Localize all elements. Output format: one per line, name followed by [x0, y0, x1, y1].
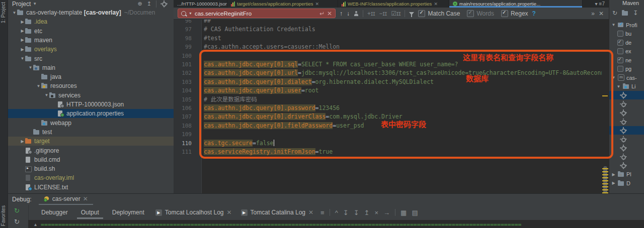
- debug-tab-deployment[interactable]: Deployment: [108, 206, 148, 219]
- console-output[interactable]: ▴ ======================================…: [28, 220, 644, 228]
- code-line[interactable]: cas.authn.jdbc.query[0].user=root: [204, 86, 602, 95]
- move-caret-icon[interactable]: →: [383, 209, 390, 216]
- close-tab-icon[interactable]: ✕: [308, 209, 313, 216]
- scroll-to-top-icon[interactable]: ↥: [364, 209, 370, 216]
- close-tab-icon[interactable]: ✕: [227, 209, 232, 216]
- collapse-all-icon[interactable]: ↥: [147, 1, 151, 7]
- tree-item-main[interactable]: ▼main: [8, 63, 174, 72]
- chevron-down-icon[interactable]: ▼: [36, 84, 41, 88]
- line-number[interactable]: 101: [174, 60, 192, 69]
- maven-node-Li[interactable]: ▼Li: [609, 82, 644, 91]
- line-number[interactable]: 96: [174, 20, 192, 25]
- maven-goal[interactable]: [609, 161, 644, 170]
- chevron-right-icon[interactable]: ▶: [20, 29, 25, 33]
- chevron-right-icon[interactable]: ▶: [611, 172, 616, 177]
- tree-item-services[interactable]: ▼services: [8, 91, 174, 100]
- chevron-down-icon[interactable]: ▼: [616, 84, 621, 89]
- code-line[interactable]: cas.authn.jdbc.query[0].url=jdbc:mysql:/…: [204, 69, 602, 77]
- editor-scrollbar[interactable]: [602, 20, 609, 193]
- grid-icon[interactable]: ▦: [400, 209, 407, 216]
- line-number[interactable]: 106: [174, 104, 192, 112]
- tool-window-button-favorites[interactable]: Favorites: [1, 205, 6, 226]
- tree-item-test[interactable]: test: [8, 128, 174, 137]
- scroll-to-end-icon[interactable]: ↧: [354, 209, 359, 216]
- maven-goal[interactable]: [609, 126, 644, 135]
- collapse-icon[interactable]: ▴: [34, 221, 37, 227]
- maven-goal[interactable]: [609, 108, 644, 117]
- select-all-occurrences-icon[interactable]: ☑ɪɪ: [391, 10, 400, 17]
- line-number-gutter[interactable]: 9697989910010110210310410510610710810911…: [174, 20, 202, 193]
- code-line[interactable]: ##: [204, 20, 602, 25]
- tree-item-java[interactable]: java: [8, 72, 174, 81]
- tree-item-build.cmd[interactable]: build.cmd: [8, 155, 174, 164]
- editor-tab[interactable]: .../HTTP-10000003.json✕: [174, 0, 227, 8]
- tool-window-button-project[interactable]: 1: Project: [1, 2, 6, 23]
- code-line[interactable]: cas.authn.jdbc.query[0].fieldPassword=us…: [204, 122, 602, 130]
- maven-node-cas-[interactable]: ▼mcas-: [609, 73, 644, 82]
- line-number[interactable]: 109: [174, 130, 192, 139]
- menu-icon[interactable]: ≡: [320, 209, 325, 216]
- close-session-icon[interactable]: ✕: [83, 195, 88, 202]
- debug-tab-output[interactable]: Output: [77, 206, 103, 219]
- line-number[interactable]: 110: [174, 139, 192, 148]
- clear-search-icon[interactable]: ✕: [327, 10, 332, 17]
- log-tab-tomcat-catalina-log[interactable]: ▶Tomcat Catalina Log✕: [239, 209, 315, 216]
- line-number[interactable]: 99: [174, 43, 192, 51]
- chevron-down-icon[interactable]: ▼: [12, 11, 17, 15]
- checkbox-icon[interactable]: [617, 57, 623, 63]
- code-line[interactable]: # 此次是数据库密码: [204, 95, 602, 104]
- line-number[interactable]: 103: [174, 78, 192, 86]
- code-line[interactable]: cas.authn.jdbc.query[0].dialect=org.hibe…: [204, 78, 602, 86]
- regex-help-link[interactable]: ?: [532, 10, 536, 17]
- close-tab-icon[interactable]: ✕: [434, 2, 438, 7]
- tree-item-.idea[interactable]: ▶.idea: [8, 17, 174, 26]
- next-match-icon[interactable]: ↓: [347, 10, 350, 17]
- code-line[interactable]: cas.tgc.secure=false: [204, 139, 602, 148]
- tree-item-application.properties[interactable]: application.properties: [8, 109, 174, 118]
- clear-all-icon[interactable]: ×: [374, 209, 378, 216]
- search-option-match-case[interactable]: Match Case: [418, 10, 460, 17]
- line-number[interactable]: 98: [174, 34, 192, 43]
- line-number[interactable]: 111: [174, 148, 192, 156]
- line-number[interactable]: 108: [174, 122, 192, 130]
- debug-tab-debugger[interactable]: Debugger: [37, 206, 72, 219]
- code-line[interactable]: cas.authn.jdbc.query[0].driverClass=com.…: [204, 112, 602, 121]
- tree-item-webapp[interactable]: webapp: [8, 119, 174, 128]
- code-line[interactable]: cas.authn.jdbc.query[0].password=123456: [204, 104, 602, 112]
- line-number[interactable]: 102: [174, 69, 192, 77]
- chevron-right-icon[interactable]: ▶: [20, 47, 25, 52]
- tree-item-license.txt[interactable]: LICENSE.txt: [8, 183, 174, 192]
- chevron-down-icon[interactable]: ▼: [611, 75, 616, 80]
- rerun-icon[interactable]: ↻: [14, 207, 20, 214]
- tree-item-http-10000003.json[interactable]: HTTP-10000003.json: [8, 100, 174, 109]
- checkbox-icon[interactable]: [418, 10, 425, 17]
- maven-node-ne[interactable]: ne: [609, 56, 644, 64]
- chevron-right-icon[interactable]: ▶: [20, 139, 25, 144]
- maven-node-Pl[interactable]: ▶Pl: [609, 170, 644, 179]
- maven-node-de[interactable]: de: [609, 38, 644, 47]
- add-occurrence-icon[interactable]: +ɪɪ: [367, 10, 375, 17]
- chevron-down-icon[interactable]: ▼: [44, 93, 49, 97]
- maven-tree[interactable]: ▼Profibudeexnepg▼mcas-▼Li▶Pl▶D: [609, 20, 644, 193]
- tree-item-target[interactable]: ▶target: [8, 137, 174, 146]
- chevron-down-icon[interactable]: ▼: [28, 65, 33, 70]
- chevron-down-icon[interactable]: ▾: [595, 1, 598, 7]
- search-input[interactable]: ▼ cas.serviceRegiinitFro ↵ ✕: [178, 9, 336, 18]
- checkbox-icon[interactable]: [617, 48, 623, 54]
- chevron-right-icon[interactable]: ▶: [20, 38, 25, 42]
- project-tree[interactable]: ▼cas-overlay-template [cas-overlay]~/Doc…: [8, 0, 174, 193]
- scroll-up-icon[interactable]: ^: [335, 209, 338, 216]
- checkbox-icon[interactable]: [617, 66, 623, 72]
- maven-goal[interactable]: [609, 144, 644, 152]
- code-line[interactable]: #cas.authn.accept.users=casuser::Mellon: [204, 43, 602, 51]
- tree-item-cas-overlay-template[interactable]: ▼cas-overlay-template [cas-overlay]~/Doc…: [8, 8, 174, 17]
- search-option-words[interactable]: Words: [467, 10, 494, 17]
- maven-node-ex[interactable]: ex: [609, 47, 644, 56]
- checkbox-icon[interactable]: [617, 31, 623, 37]
- log-tab-tomcat-localhost-log[interactable]: ▶Tomcat Localhost Log✕: [153, 209, 234, 216]
- chevron-right-icon[interactable]: ▶: [20, 20, 25, 24]
- maven-goal[interactable]: [609, 153, 644, 161]
- tree-item-maven[interactable]: ▶maven: [8, 36, 174, 45]
- tree-item-.gitignore[interactable]: .gitignore: [8, 146, 174, 155]
- chevron-down-icon[interactable]: ▼: [611, 23, 616, 27]
